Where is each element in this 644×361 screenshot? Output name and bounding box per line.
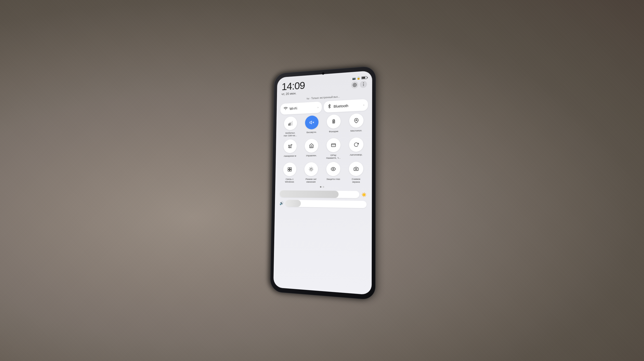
phone-container: 14:09 чт, 20 июн. 📷 🔒 <box>270 66 376 300</box>
mobile-signal-button[interactable] <box>284 116 297 130</box>
svg-point-27 <box>355 168 357 169</box>
dot-2 <box>323 186 324 188</box>
volume-fill <box>285 200 301 207</box>
phone-screen: 14:09 чт, 20 июн. 📷 🔒 <box>273 70 372 295</box>
bluetooth-chevron: › <box>364 103 365 106</box>
settings-row: ⋮ <box>351 81 367 89</box>
quick-actions-row2: Авиарежи м Управлен. <box>279 137 368 160</box>
gpay-label: GPay Нажмите, ч... <box>326 153 341 160</box>
action-eye-protection: Защита глаз <box>323 162 344 183</box>
mute-button[interactable] <box>305 115 318 130</box>
brightness-slider-row: ☀️ <box>279 190 368 198</box>
location-button[interactable] <box>349 113 364 128</box>
svg-line-21 <box>312 170 313 171</box>
status-icons: 📷 🔒 <box>351 76 367 89</box>
windows-button[interactable] <box>283 162 296 176</box>
wifi-tile[interactable]: Wi-Fi › <box>280 101 322 115</box>
brightness-icon: ☀️ <box>361 192 367 197</box>
home-button[interactable] <box>305 138 318 152</box>
action-mobile-signal: Мобильн. Нет SIM-ка... <box>281 116 300 137</box>
dot-1 <box>320 186 321 188</box>
volume-slider-row: 🔊 <box>278 200 368 208</box>
airplane-button[interactable] <box>284 139 297 153</box>
eye-protection-button[interactable] <box>326 162 340 176</box>
screenshot-button[interactable] <box>349 161 364 176</box>
wifi-chevron: › <box>317 106 318 109</box>
svg-rect-4 <box>291 122 292 125</box>
svg-line-25 <box>312 167 313 168</box>
svg-rect-11 <box>331 143 336 146</box>
camera-icon: 📷 <box>352 77 356 80</box>
flashlight-button[interactable] <box>327 114 341 129</box>
battery-fill <box>362 77 365 79</box>
settings-gear-button[interactable] <box>351 81 358 89</box>
dark-mode-button[interactable] <box>304 162 318 176</box>
svg-rect-5 <box>292 121 293 125</box>
screenshot-label: Снимок экрана <box>348 177 364 183</box>
action-flashlight: Фонарик <box>324 114 344 136</box>
flashlight-label: Фонарик <box>329 130 338 133</box>
airplane-label: Авиарежи м <box>284 154 296 157</box>
action-screenshot: Снимок экрана <box>345 161 367 183</box>
time-display: 14:09 <box>281 80 305 92</box>
dark-mode-label: Режим зат емнения <box>304 177 318 183</box>
page-dots <box>279 186 368 188</box>
screen-content: 14:09 чт, 20 июн. 📷 🔒 <box>273 70 372 295</box>
action-rotate: Автоповор. <box>346 137 367 159</box>
eye-protection-label: Защита глаз <box>326 177 340 180</box>
action-windows: Связь с Windows <box>280 162 300 183</box>
svg-rect-2 <box>289 124 289 125</box>
quick-actions-row3: Связь с Windows <box>279 161 368 183</box>
location-label: Местопол. <box>350 129 362 132</box>
action-location: Местопол. <box>346 113 367 135</box>
lock-icon: 🔒 <box>357 76 360 80</box>
brightness-slider[interactable] <box>280 190 359 198</box>
gpay-button[interactable] <box>327 138 341 152</box>
phone-body: 14:09 чт, 20 июн. 📷 🔒 <box>270 66 376 300</box>
top-icons: 📷 🔒 <box>352 76 367 80</box>
windows-label: Связь с Windows <box>283 177 297 183</box>
status-bar: 14:09 чт, 20 июн. 📷 🔒 <box>280 76 368 96</box>
action-mute: Беззвучн. <box>302 115 322 136</box>
action-airplane: Авиарежи м <box>280 139 300 160</box>
action-dark-mode: Режим зат емнения <box>301 162 321 183</box>
mobile-signal-label: Мобильн. Нет SIM-ка... <box>283 131 297 137</box>
more-options-button[interactable]: ⋮ <box>360 81 367 88</box>
svg-rect-13 <box>288 167 290 169</box>
svg-line-20 <box>310 167 310 168</box>
rotate-label: Автоповор. <box>350 153 363 156</box>
wifi-label: Wi-Fi <box>290 105 316 111</box>
action-home: Управлен. <box>301 138 321 160</box>
brightness-fill <box>280 190 339 198</box>
svg-point-17 <box>310 168 312 170</box>
time-section: 14:09 чт, 20 июн. <box>281 80 305 96</box>
volume-icon: 🔊 <box>279 201 284 205</box>
battery-icon <box>361 76 367 79</box>
svg-point-0 <box>354 84 355 85</box>
rotate-button[interactable] <box>349 137 363 152</box>
wifi-icon <box>284 106 288 112</box>
quick-actions-row1: Мобильн. Нет SIM-ка... Беззвучн. <box>280 113 368 137</box>
svg-point-9 <box>333 121 334 122</box>
action-gpay: GPay Нажмите, ч... <box>323 138 344 159</box>
svg-rect-3 <box>290 123 290 125</box>
mute-label: Беззвучн. <box>307 130 317 133</box>
svg-point-10 <box>356 119 357 121</box>
svg-line-24 <box>310 170 310 171</box>
bluetooth-label: Bluetooth <box>334 103 361 109</box>
home-label: Управлен. <box>306 154 317 157</box>
svg-rect-16 <box>290 169 291 171</box>
bluetooth-icon <box>327 104 332 109</box>
volume-slider[interactable] <box>285 200 367 208</box>
svg-rect-15 <box>288 169 290 171</box>
camera-dot <box>322 72 325 75</box>
svg-rect-14 <box>290 167 292 169</box>
quick-tiles-row: Wi-Fi › Bluetooth › <box>280 99 368 115</box>
svg-point-26 <box>333 168 334 169</box>
bluetooth-tile[interactable]: Bluetooth › <box>324 99 368 113</box>
